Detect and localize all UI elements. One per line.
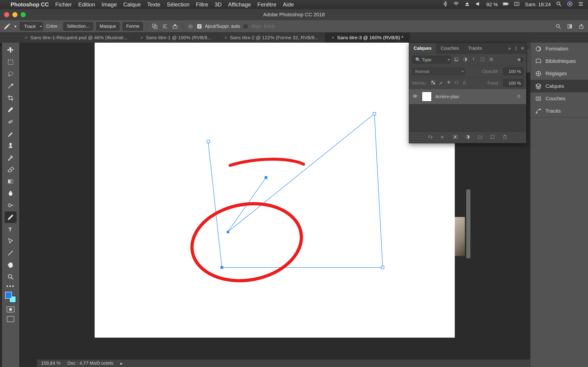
document-tab[interactable]: ×Sans titre-1 @ 190% (RVB/8... (134, 33, 218, 43)
notification-center-icon[interactable] (578, 1, 584, 8)
crop-tool[interactable] (5, 92, 17, 104)
screen-mode-toggle[interactable] (7, 316, 14, 322)
align-edges-checkbox[interactable]: ✓ (243, 24, 248, 29)
menu-image[interactable]: Image (102, 1, 117, 8)
new-layer-icon[interactable] (490, 134, 495, 141)
volume-icon[interactable] (475, 1, 481, 8)
workspace-switcher-icon[interactable] (566, 23, 573, 30)
filter-adjustment-icon[interactable] (462, 57, 468, 63)
layer-lock-icon[interactable] (517, 94, 521, 100)
menu-aide[interactable]: Aide (283, 1, 294, 8)
search-icon[interactable] (555, 23, 562, 30)
make-shape-button[interactable]: Forme (123, 22, 143, 31)
move-tool[interactable] (5, 44, 17, 56)
quick-mask-toggle[interactable] (7, 307, 15, 312)
spotlight-icon[interactable] (556, 1, 562, 8)
pen-tool[interactable] (5, 211, 17, 223)
make-mask-button[interactable]: Masque (96, 22, 120, 31)
dock-calques[interactable]: Calques (530, 80, 588, 92)
blur-tool[interactable] (5, 188, 17, 199)
path-alignment-icon[interactable] (162, 23, 168, 30)
lock-all-icon[interactable] (462, 80, 467, 86)
menu-filtre[interactable]: Filtre (196, 1, 208, 8)
make-selection-button[interactable]: Sélection... (63, 22, 93, 31)
dock-couches[interactable]: Couches (530, 92, 588, 105)
canvas-scrollbar[interactable] (466, 190, 470, 258)
document-tab[interactable]: ×Sans titre-2 @ 122% (Forme 32, RVB/8... (218, 33, 325, 43)
bluetooth-icon[interactable] (442, 1, 448, 8)
menu-selection[interactable]: Sélection (167, 1, 190, 8)
wifi-icon[interactable] (453, 1, 459, 8)
anchor-point[interactable] (373, 112, 376, 115)
layer-row[interactable]: Arrière-plan (409, 89, 526, 104)
path-options-gear-icon[interactable] (187, 23, 194, 30)
filter-smartobject-icon[interactable] (489, 57, 494, 63)
eject-icon[interactable] (464, 1, 470, 8)
layer-filter-type[interactable]: 🔍 Type (412, 56, 451, 64)
eraser-tool[interactable] (5, 164, 17, 175)
app-menu[interactable]: Photoshop CC (10, 1, 49, 8)
menu-edition[interactable]: Edition (78, 1, 95, 8)
input-menu-icon[interactable] (514, 1, 520, 8)
zoom-level[interactable]: 159,84 % (41, 361, 61, 366)
menu-fenetre[interactable]: Fenêtre (258, 1, 277, 8)
siri-icon[interactable] (567, 1, 573, 8)
menu-texte[interactable]: Texte (147, 1, 160, 8)
spot-healing-tool[interactable] (5, 116, 17, 127)
paths-tab[interactable]: Tracés (464, 43, 486, 54)
close-tab-icon[interactable]: × (225, 35, 227, 40)
filter-toggle[interactable] (517, 58, 523, 62)
brush-tool[interactable] (5, 128, 17, 140)
close-tab-icon[interactable]: × (332, 35, 334, 40)
status-chevron-icon[interactable]: ▸ (120, 361, 123, 366)
layer-thumbnail[interactable] (422, 92, 432, 101)
adjustment-layer-icon[interactable] (465, 134, 470, 141)
clock[interactable]: Sam. 18:24 (525, 2, 551, 8)
link-layers-icon[interactable] (428, 134, 433, 141)
edit-toolbar-button[interactable]: ••• (6, 283, 15, 290)
menu-calque[interactable]: Calque (123, 1, 141, 8)
anchor-point[interactable] (227, 231, 229, 233)
dodge-tool[interactable] (5, 200, 17, 211)
document-tab[interactable]: ×Sans titre-1-Récupéré.psd @ 46% (Illust… (18, 33, 134, 43)
hand-tool[interactable] (5, 259, 17, 271)
tool-preset-chevron-icon[interactable]: ▾ (14, 24, 17, 29)
doc-size[interactable]: Doc : 4,77 Mo/0 octets (67, 361, 113, 366)
path-operations-icon[interactable] (151, 23, 158, 30)
color-swatches[interactable] (5, 292, 16, 303)
path-arrangement-icon[interactable] (172, 23, 179, 30)
pen-mode-select[interactable]: Tracé (20, 22, 43, 31)
type-tool[interactable]: T (5, 223, 17, 235)
share-icon[interactable] (578, 23, 585, 30)
dock-traces[interactable]: Tracés (530, 105, 588, 117)
collapse-panel-icon[interactable]: » (506, 44, 513, 53)
channels-tab[interactable]: Couches (436, 43, 464, 54)
panel-menu-icon[interactable]: ≡ (519, 44, 526, 53)
menu-fichier[interactable]: Fichier (55, 1, 72, 8)
expand-toolbar-icon[interactable]: » (0, 43, 2, 367)
layer-name[interactable]: Arrière-plan (435, 94, 459, 99)
clone-stamp-tool[interactable] (5, 140, 17, 151)
delete-layer-icon[interactable] (502, 134, 508, 141)
menu-affichage[interactable]: Affichage (228, 1, 251, 8)
filter-pixel-icon[interactable] (454, 57, 460, 63)
rectangular-marquee-tool[interactable] (5, 56, 17, 68)
dock-formation[interactable]: Formation (530, 43, 588, 55)
layers-tab[interactable]: Calques (409, 43, 436, 54)
anchor-point[interactable] (265, 176, 267, 179)
lock-pixels-icon[interactable] (439, 80, 443, 86)
new-group-icon[interactable] (477, 134, 483, 141)
layer-mask-icon[interactable] (452, 134, 458, 141)
battery-icon[interactable] (503, 1, 509, 8)
pen-tool-icon[interactable] (3, 23, 11, 30)
foreground-color-swatch[interactable] (5, 292, 12, 299)
magic-wand-tool[interactable] (5, 80, 17, 92)
lock-artboard-icon[interactable] (454, 80, 459, 86)
menu-3d[interactable]: 3D (215, 1, 222, 8)
anchor-point[interactable] (207, 140, 210, 143)
dock-bibliotheques[interactable]: Bibliothèques (530, 55, 588, 67)
layers-panel[interactable]: Calques Couches Tracés » | ≡ 🔍 Type T No… (409, 43, 527, 143)
eyedropper-tool[interactable] (5, 104, 17, 116)
close-tab-icon[interactable]: × (141, 35, 143, 40)
anchor-point[interactable] (221, 266, 223, 269)
